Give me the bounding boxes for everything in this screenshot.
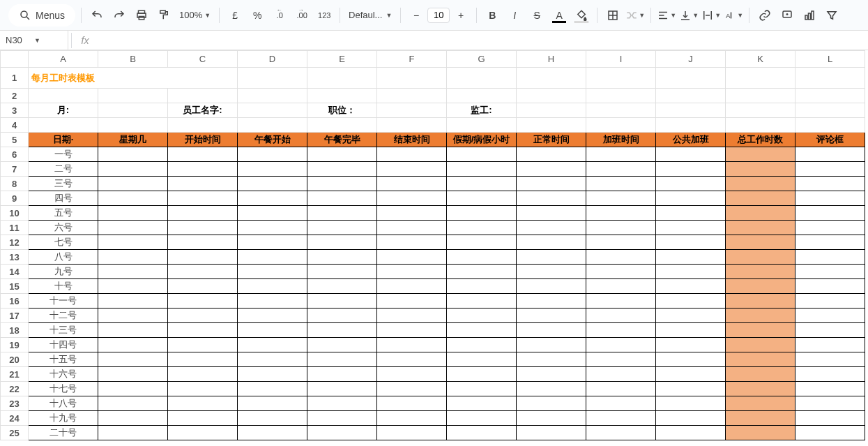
cell-D3[interactable] <box>238 103 307 118</box>
col-header-B[interactable]: B <box>98 51 168 68</box>
cell-A5[interactable]: 日期· <box>29 133 98 147</box>
row-header-10[interactable]: 10 <box>1 206 29 221</box>
cell-A18[interactable]: 十三号 <box>29 323 98 338</box>
cell-J9[interactable] <box>656 191 726 206</box>
cell-C19[interactable] <box>168 338 238 352</box>
cell-D17[interactable] <box>238 309 307 323</box>
row-header-9[interactable]: 9 <box>1 191 29 206</box>
row-header-6[interactable]: 6 <box>1 147 29 162</box>
cell-K9[interactable] <box>726 191 795 206</box>
fill-color-button[interactable] <box>572 6 591 25</box>
cell-A24[interactable]: 十九号 <box>29 411 98 426</box>
cell-G2[interactable] <box>447 89 517 103</box>
cell-C3[interactable]: 员工名字: <box>168 103 238 118</box>
row-header-3[interactable]: 3 <box>1 103 29 118</box>
cell-A15[interactable]: 十号 <box>29 279 98 294</box>
cell-K19[interactable] <box>726 338 795 352</box>
cell-C12[interactable] <box>168 235 238 250</box>
cell-A13[interactable]: 八号 <box>29 250 98 265</box>
cell-L8[interactable] <box>795 177 865 191</box>
cell-D24[interactable] <box>238 411 307 426</box>
cell-I1[interactable] <box>586 68 656 89</box>
cell-I24[interactable] <box>586 411 656 426</box>
cell-E12[interactable] <box>307 235 377 250</box>
merge-button[interactable]: ▼ <box>625 6 645 25</box>
cell-I21[interactable] <box>586 367 656 382</box>
cell-C10[interactable] <box>168 206 238 221</box>
cell-C20[interactable] <box>168 352 238 367</box>
cell-K4[interactable] <box>726 118 795 133</box>
cell-E18[interactable] <box>307 323 377 338</box>
cell-D8[interactable] <box>238 177 307 191</box>
row-header-19[interactable]: 19 <box>1 338 29 352</box>
bold-button[interactable]: B <box>482 6 502 25</box>
cell-J15[interactable] <box>656 279 726 294</box>
cell-E13[interactable] <box>307 250 377 265</box>
cell-C13[interactable] <box>168 250 238 265</box>
cell-E11[interactable] <box>307 221 377 235</box>
row-header-8[interactable]: 8 <box>1 177 29 191</box>
cell-K14[interactable] <box>726 265 795 279</box>
row-header-7[interactable]: 7 <box>1 162 29 177</box>
row-header-16[interactable]: 16 <box>1 294 29 309</box>
cell-A14[interactable]: 九号 <box>29 265 98 279</box>
cell-C5[interactable]: 开始时间 <box>168 133 238 147</box>
cell-E17[interactable] <box>307 309 377 323</box>
cell-C24[interactable] <box>168 411 238 426</box>
cell-G22[interactable] <box>447 382 517 396</box>
cell-E9[interactable] <box>307 191 377 206</box>
cell-J6[interactable] <box>656 147 726 162</box>
col-header-I[interactable]: I <box>586 51 656 68</box>
font-size-input[interactable] <box>427 8 450 23</box>
cell-B19[interactable] <box>98 338 168 352</box>
cell-E7[interactable] <box>307 162 377 177</box>
cell-G4[interactable] <box>447 118 517 133</box>
cell-C6[interactable] <box>168 147 238 162</box>
cell-F13[interactable] <box>377 250 447 265</box>
cell-I20[interactable] <box>586 352 656 367</box>
cell-H9[interactable] <box>517 191 586 206</box>
row-header-14[interactable]: 14 <box>1 265 29 279</box>
cell-K20[interactable] <box>726 352 795 367</box>
cell-H19[interactable] <box>517 338 586 352</box>
cell-A2[interactable] <box>29 89 98 103</box>
cell-J25[interactable] <box>656 426 726 440</box>
cell-G25[interactable] <box>447 426 517 440</box>
cell-C22[interactable] <box>168 382 238 396</box>
cell-G10[interactable] <box>447 206 517 221</box>
row-header-18[interactable]: 18 <box>1 323 29 338</box>
cell-L7[interactable] <box>795 162 865 177</box>
cell-J21[interactable] <box>656 367 726 382</box>
cell-K22[interactable] <box>726 382 795 396</box>
wrap-button[interactable]: ▼ <box>701 6 721 25</box>
cell-G21[interactable] <box>447 367 517 382</box>
cell-E16[interactable] <box>307 294 377 309</box>
cell-A22[interactable]: 十七号 <box>29 382 98 396</box>
row-header-21[interactable]: 21 <box>1 367 29 382</box>
cell-H2[interactable] <box>517 89 586 103</box>
cell-G8[interactable] <box>447 177 517 191</box>
cell-K17[interactable] <box>726 309 795 323</box>
cell-G7[interactable] <box>447 162 517 177</box>
cell-D22[interactable] <box>238 382 307 396</box>
cell-I23[interactable] <box>586 396 656 411</box>
redo-button[interactable] <box>109 6 129 25</box>
cell-J2[interactable] <box>656 89 726 103</box>
cell-I6[interactable] <box>586 147 656 162</box>
cell-H14[interactable] <box>517 265 586 279</box>
cell-B9[interactable] <box>98 191 168 206</box>
cell-A12[interactable]: 七号 <box>29 235 98 250</box>
cell-I10[interactable] <box>586 206 656 221</box>
row-header-13[interactable]: 13 <box>1 250 29 265</box>
cell-D20[interactable] <box>238 352 307 367</box>
formula-input[interactable] <box>96 31 868 50</box>
cell-L3[interactable] <box>795 103 865 118</box>
cell-L12[interactable] <box>795 235 865 250</box>
cell-C9[interactable] <box>168 191 238 206</box>
cell-I22[interactable] <box>586 382 656 396</box>
cell-I14[interactable] <box>586 265 656 279</box>
cell-G13[interactable] <box>447 250 517 265</box>
cell-H3[interactable] <box>517 103 586 118</box>
cell-F15[interactable] <box>377 279 447 294</box>
cell-J23[interactable] <box>656 396 726 411</box>
